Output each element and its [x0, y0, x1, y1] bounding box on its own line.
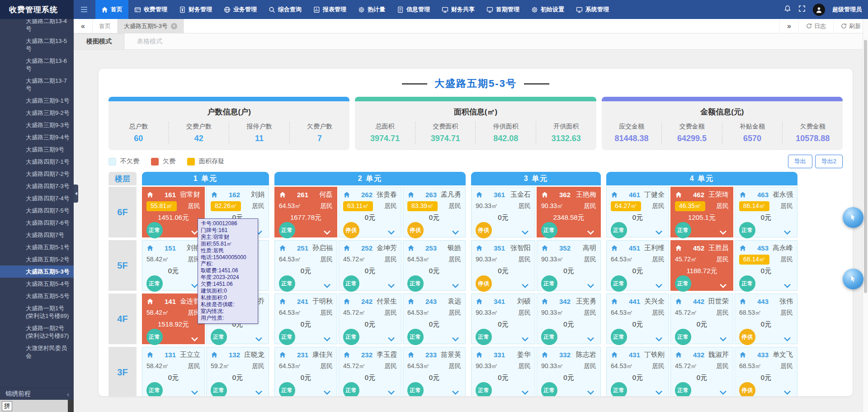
tab-floor-view[interactable]: 楼图模式: [74, 33, 124, 49]
chevron-down-icon[interactable]: [720, 388, 727, 395]
chevron-down-icon[interactable]: [522, 281, 529, 289]
chevron-down-icon[interactable]: [784, 281, 791, 289]
sidebar-collapse-icon[interactable]: ‹: [67, 390, 74, 398]
unit-cell[interactable]: 341刘硕90.33㎡居民0元正常: [471, 294, 535, 344]
unit-cell[interactable]: 232李玉霞45.72㎡居民0元正常: [339, 347, 401, 396]
chevron-down-icon[interactable]: [388, 228, 395, 235]
unit-cell[interactable]: 151刘艳58.42㎡居民0元正常: [142, 240, 205, 291]
chevron-down-icon[interactable]: [656, 281, 663, 289]
chevron-down-icon[interactable]: [720, 335, 727, 342]
nav-item-系统管理[interactable]: 系统管理: [570, 0, 615, 19]
chevron-down-icon[interactable]: [324, 335, 331, 342]
sidebar-item[interactable]: 大盛路五期5-5号: [0, 290, 74, 302]
unit-cell[interactable]: 433单文飞68.53㎡居民0元停供: [735, 347, 797, 396]
unit-cell[interactable]: 332陈志岩90.33㎡居民0元正常: [537, 347, 601, 396]
chevron-down-icon[interactable]: [522, 228, 529, 235]
chevron-down-icon[interactable]: [784, 388, 791, 395]
tab-table-view[interactable]: 表格模式: [124, 33, 175, 49]
page-scrollbar[interactable]: [863, 19, 868, 412]
unit-cell[interactable]: 451王利维64.53㎡居民0元正常: [606, 240, 669, 291]
unit-cell[interactable]: 132庄晓龙59.2㎡居民0元正常: [206, 347, 269, 396]
unit-cell[interactable]: 462王荣琦46.35㎡居民1205.1元正常: [670, 187, 733, 237]
unit-cell[interactable]: 463崔永强86.14㎡居民0元正常: [735, 187, 797, 237]
unit-cell[interactable]: 441关兴全64.53㎡居民0元正常: [606, 294, 669, 344]
chevron-down-icon[interactable]: [191, 281, 198, 289]
sidebar-item[interactable]: 大盛路五期5-1号: [0, 241, 74, 253]
chevron-down-icon[interactable]: [587, 335, 594, 342]
avatar[interactable]: [813, 4, 825, 16]
chevron-down-icon[interactable]: [656, 335, 663, 342]
chevron-down-icon[interactable]: [191, 388, 198, 395]
nav-item-初始设置[interactable]: 初始设置: [525, 0, 570, 19]
unit-cell[interactable]: 253银皓64.53㎡居民0元正常: [403, 240, 466, 291]
nav-item-业务管理[interactable]: 业务管理: [218, 0, 263, 19]
unit-cell[interactable]: 361玉金石90.33㎡居民0元停供: [471, 187, 535, 237]
nav-item-收费管理[interactable]: 收费管理: [128, 0, 173, 19]
log-button[interactable]: 日志: [798, 19, 833, 33]
sidebar-item[interactable]: 大盛路二期13-4号: [0, 19, 74, 35]
bell-icon[interactable]: [784, 5, 791, 14]
chevron-down-icon[interactable]: [587, 388, 594, 395]
nav-item-报表管理[interactable]: 报表管理: [307, 0, 352, 19]
chevron-down-icon[interactable]: [587, 228, 594, 235]
nav-item-综合查询[interactable]: 综合查询: [263, 0, 307, 19]
hamburger-icon[interactable]: [81, 5, 87, 14]
export-button-2[interactable]: 导出2: [815, 155, 843, 168]
unit-cell[interactable]: 352高明90.33㎡居民0元正常: [537, 240, 601, 291]
unit-cell[interactable]: 331姜华90.33㎡居民0元正常: [471, 347, 535, 396]
floating-pointer-button[interactable]: [843, 207, 863, 228]
chevron-down-icon[interactable]: [324, 388, 331, 395]
nav-item-首页[interactable]: 首页: [95, 0, 128, 19]
chevron-down-icon[interactable]: [720, 228, 727, 235]
chevron-down-icon[interactable]: [324, 281, 331, 289]
scrollbar-thumb[interactable]: [864, 40, 867, 293]
sidebar-item[interactable]: 大盛路四期7-1号: [0, 156, 74, 168]
chevron-down-icon[interactable]: [324, 228, 331, 235]
unit-cell[interactable]: 453高永峰68.14㎡居民0元正常: [735, 240, 797, 291]
unit-cell[interactable]: 161宿常财55.81㎡居民1451.06元正常: [142, 187, 205, 237]
unit-cell[interactable]: 243袁远64.53㎡居民0元正常: [403, 294, 466, 344]
unit-cell[interactable]: 263孟凡勇83.39㎡居民0元停供: [403, 187, 466, 237]
chevron-down-icon[interactable]: [191, 228, 198, 235]
unit-cell[interactable]: 442田世荣45.72㎡居民0元正常: [670, 294, 733, 344]
sidebar-item[interactable]: 大盛路四期7号: [0, 229, 74, 241]
sidebar-collapse-handle[interactable]: [74, 185, 78, 203]
unit-cell[interactable]: 141金连哲58.42㎡居民1518.92元正常: [142, 294, 205, 344]
nav-item-热计量[interactable]: 热计量: [352, 0, 391, 19]
sidebar-item[interactable]: 大盛路二期13-7号: [0, 75, 74, 95]
sidebar-item[interactable]: 大盛路四期7-5号: [0, 204, 74, 217]
sidebar-item[interactable]: 大盛路三期9-1号: [0, 95, 74, 107]
sidebar-item[interactable]: 大盛路三期9-2号: [0, 107, 74, 119]
sidebar-item[interactable]: 大盛路四期7-6号: [0, 217, 74, 229]
fullscreen-icon[interactable]: [798, 5, 806, 14]
sidebar-item[interactable]: 大盛路五期5-3号: [0, 265, 74, 278]
floating-pointer-button[interactable]: [843, 269, 863, 289]
chevron-down-icon[interactable]: [388, 388, 395, 395]
unit-cell[interactable]: 452王胜昌45.72㎡居民1188.72元正常: [670, 240, 733, 291]
unit-cell[interactable]: 233苗景英64.53㎡居民0元正常: [403, 347, 466, 396]
sidebar-item[interactable]: 大溦堡村民委员会: [0, 342, 74, 362]
unit-cell[interactable]: 231康佳兴64.53㎡居民0元正常: [274, 347, 337, 396]
sidebar-item[interactable]: 大盛路二期13-5号: [0, 35, 74, 55]
chevron-down-icon[interactable]: [522, 388, 529, 395]
unit-cell[interactable]: 131王立立58.42㎡居民0元正常: [142, 347, 205, 396]
chevron-down-icon[interactable]: [255, 388, 263, 395]
chevron-down-icon[interactable]: [720, 281, 727, 289]
sidebar-item[interactable]: 大盛路五期5-4号: [0, 278, 74, 290]
unit-cell[interactable]: 362王艳梅90.33㎡居民2348.58元正常: [537, 187, 601, 237]
sidebar-item[interactable]: 大盛路四期7-2号: [0, 168, 74, 180]
chevron-down-icon[interactable]: [452, 228, 459, 235]
sidebar-item[interactable]: 大盛路一期2号 (荣利达2号楼87): [0, 322, 74, 342]
unit-cell[interactable]: 461丁健全64.27㎡居民0元正常: [606, 187, 669, 237]
tabs-scroll-left-icon[interactable]: «: [74, 19, 93, 33]
chevron-down-icon[interactable]: [388, 281, 395, 289]
sidebar-footer-label[interactable]: 锦绣前程: [5, 390, 31, 398]
unit-cell[interactable]: 351张智阳90.33㎡居民0元停供: [471, 240, 535, 291]
nav-item-财务管理[interactable]: 财务管理: [173, 0, 218, 19]
nav-item-信息管理[interactable]: 信息管理: [391, 0, 436, 19]
sidebar-item[interactable]: 大盛路三期9-4号: [0, 131, 74, 143]
chevron-down-icon[interactable]: [388, 335, 395, 342]
username[interactable]: 超级管理员: [832, 5, 862, 14]
unit-cell[interactable]: 431丁铁刚64.53㎡居民0元正常: [606, 347, 669, 396]
tabs-scroll-right-icon[interactable]: »: [779, 19, 798, 33]
